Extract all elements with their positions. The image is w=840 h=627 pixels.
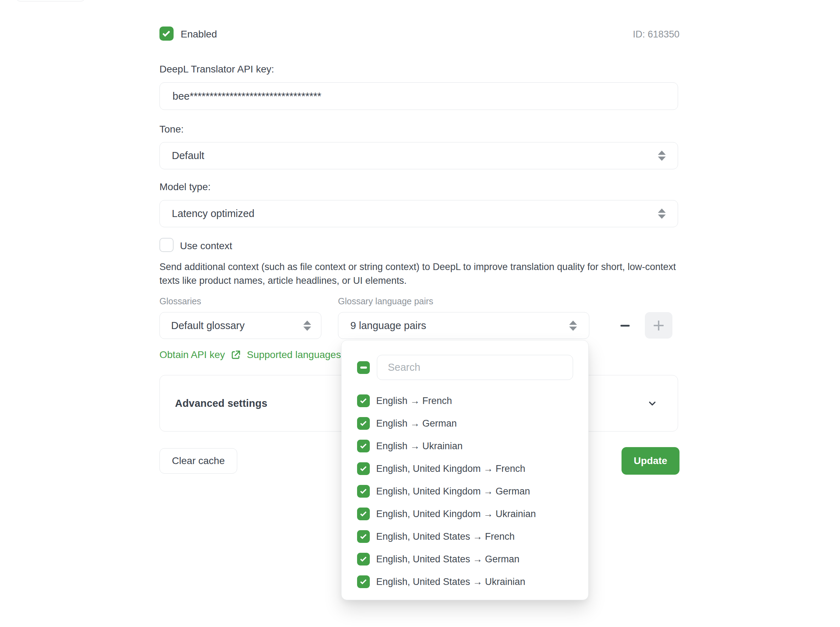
advanced-settings-title: Advanced settings [175, 398, 267, 409]
model-type-label: Model type: [159, 181, 211, 193]
check-icon [360, 397, 366, 403]
check-icon [162, 29, 170, 37]
language-pair-option[interactable]: English, United Kingdom → Ukrainian [342, 503, 588, 525]
integration-id: ID: 618350 [633, 29, 679, 40]
language-pair-option[interactable]: English, United Kingdom → German [342, 480, 588, 503]
select-caret-icon [303, 321, 311, 331]
tone-select[interactable]: Default [159, 142, 678, 169]
language-pairs-list: English → French English → German Englis… [342, 389, 588, 593]
language-pair-option[interactable]: English, United States → German [342, 548, 588, 570]
plus-icon [654, 321, 663, 331]
pair-checkbox[interactable] [357, 462, 370, 475]
language-pair-option[interactable]: English → German [342, 412, 588, 435]
select-caret-icon [658, 208, 666, 219]
glossaries-label: Glossaries [159, 296, 201, 306]
api-key-label: DeepL Translator API key: [159, 64, 274, 75]
check-icon [360, 532, 366, 539]
glossary-select[interactable]: Default glossary [159, 312, 322, 339]
tone-select-value: Default [172, 150, 204, 162]
language-pair-option[interactable]: English → Ukrainian [342, 435, 588, 457]
check-icon [360, 442, 366, 449]
check-icon [360, 419, 366, 426]
enabled-label: Enabled [181, 28, 217, 40]
model-type-select-value: Latency optimized [172, 208, 255, 219]
obtain-api-key-link[interactable]: Obtain API key [159, 349, 225, 361]
pair-checkbox[interactable] [357, 485, 370, 498]
glossary-pairs-label: Glossary language pairs [338, 296, 433, 306]
chevron-down-icon [646, 397, 659, 410]
clipped-top-element [16, 0, 85, 2]
pair-checkbox[interactable] [357, 530, 370, 543]
glossary-select-value: Default glossary [171, 320, 245, 331]
dropdown-search-input[interactable] [377, 355, 573, 380]
indeterminate-minus-icon [360, 367, 367, 369]
update-button[interactable]: Update [621, 447, 679, 475]
check-icon [360, 555, 366, 562]
enabled-checkbox[interactable] [159, 27, 173, 41]
check-icon [360, 465, 366, 471]
model-type-select[interactable]: Latency optimized [159, 200, 678, 227]
supported-languages-link[interactable]: Supported languages [247, 349, 341, 361]
language-pair-option[interactable]: English, United Kingdom → French [342, 457, 588, 480]
use-context-label: Use context [180, 240, 232, 252]
language-pairs-dropdown: English → French English → German Englis… [341, 340, 589, 600]
api-key-input[interactable] [159, 82, 678, 110]
check-icon [360, 510, 366, 517]
pair-checkbox[interactable] [357, 440, 370, 452]
pair-checkbox[interactable] [357, 507, 370, 520]
pair-checkbox[interactable] [357, 394, 370, 407]
external-link-icon [230, 350, 241, 360]
select-all-checkbox[interactable] [357, 361, 370, 374]
select-caret-icon [569, 321, 577, 331]
use-context-checkbox[interactable] [159, 238, 173, 252]
remove-glossary-button[interactable] [615, 312, 635, 339]
select-caret-icon [658, 151, 666, 161]
language-pair-option[interactable]: English, United States → Ukrainian [342, 570, 588, 593]
add-glossary-button[interactable] [645, 312, 673, 339]
minus-icon [621, 325, 630, 326]
language-pairs-select[interactable]: 9 language pairs [338, 312, 589, 339]
pair-checkbox[interactable] [357, 575, 370, 588]
pair-checkbox[interactable] [357, 553, 370, 566]
language-pairs-select-value: 9 language pairs [350, 320, 426, 331]
pair-checkbox[interactable] [357, 417, 370, 430]
check-icon [360, 487, 366, 494]
language-pair-option[interactable]: English → French [342, 389, 588, 412]
check-icon [360, 578, 366, 584]
tone-label: Tone: [159, 124, 184, 135]
clear-cache-button[interactable]: Clear cache [159, 448, 237, 474]
language-pair-option[interactable]: English, United States → French [342, 525, 588, 548]
use-context-description: Send additional context (such as file co… [159, 260, 687, 288]
deepl-integration-settings-page: Enabled ID: 618350 DeepL Translator API … [0, 0, 840, 627]
